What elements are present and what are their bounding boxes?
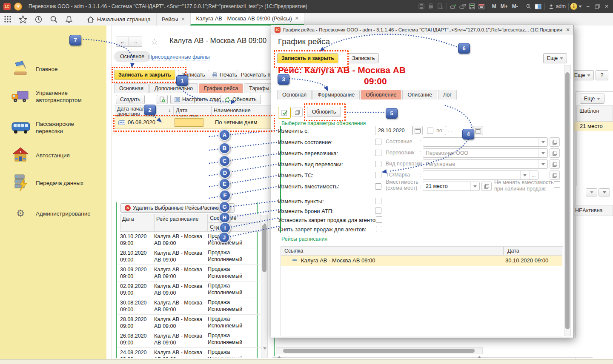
sidebar-item-station[interactable]: Автостанция: [0, 146, 106, 165]
scroll-down-icon[interactable]: [263, 347, 266, 356]
more-button[interactable]: Еще: [571, 70, 594, 80]
tab-trips[interactable]: Рейсы ✕: [156, 13, 191, 26]
table-row[interactable]: 24.08.2020 09:00 Калуга АВ - Москва АВ 0…: [118, 348, 261, 358]
set-ban-checkbox[interactable]: [376, 216, 382, 223]
home-tab[interactable]: Начальная страница: [82, 13, 156, 26]
schedule-col-name[interactable]: Наименование: [212, 105, 272, 117]
dialog-refresh-button[interactable]: Обновить: [307, 107, 341, 117]
tab-update[interactable]: Обновление: [361, 90, 401, 100]
calculator-icon[interactable]: [467, 2, 477, 11]
calendar-icon[interactable]: [477, 2, 486, 11]
table-row[interactable]: 30.09.2020 09:00 Калуга АВ - Москва АВ 0…: [118, 265, 261, 282]
nav-chip-main[interactable]: Основное: [114, 51, 150, 62]
save-close-button[interactable]: Записать и закрыть: [114, 70, 175, 80]
tab-tariffs[interactable]: Тарифы: [244, 83, 274, 93]
ts-checkbox[interactable]: [375, 172, 381, 178]
history-icon[interactable]: [31, 13, 46, 26]
scroll-left-icon[interactable]: [278, 350, 281, 358]
kind-checkbox[interactable]: [375, 161, 381, 167]
open-button[interactable]: [550, 171, 560, 180]
tab-forming[interactable]: Формирование: [312, 90, 360, 100]
move-down-button[interactable]: [586, 188, 597, 196]
capacity-checkbox[interactable]: [375, 183, 381, 190]
dialog-save-close-button[interactable]: Записать и закрыть: [277, 53, 338, 63]
points-checkbox[interactable]: [375, 198, 381, 204]
scrollbar-thumb[interactable]: [565, 72, 570, 329]
state-checkbox[interactable]: [375, 139, 381, 145]
dialog-close-button[interactable]: ✕: [566, 27, 570, 33]
attached-files-link[interactable]: Присоединенные файлы: [148, 54, 210, 60]
open-button[interactable]: [481, 182, 492, 191]
refresh-button[interactable]: Обновить: [221, 95, 261, 104]
ellipsis-button[interactable]: ...: [529, 171, 538, 179]
trips-scrollbar[interactable]: [261, 215, 268, 358]
split-view-icon[interactable]: [533, 2, 543, 11]
template-column-header[interactable]: Шаблон: [576, 105, 613, 122]
close-icon[interactable]: ✕: [295, 16, 299, 21]
sidebar-item-transport-management[interactable]: Управление автотранспортом: [0, 87, 106, 106]
favorite-star-icon[interactable]: ☆: [151, 37, 158, 47]
restore-button[interactable]: [593, 2, 602, 11]
go-to-link-icon[interactable]: [449, 2, 458, 11]
tab-log[interactable]: Лог: [438, 90, 457, 100]
table-row[interactable]: 30.10.2020 09:00 Калуга АВ - Москва АВ 0…: [118, 232, 261, 248]
memory-button[interactable]: M: [490, 3, 498, 9]
tab-main[interactable]: Основная: [277, 90, 312, 100]
sidebar-item-main[interactable]: Главное: [0, 60, 106, 78]
sidebar-item-passenger[interactable]: Пассажирские перевозки: [0, 118, 106, 137]
dialog-trip-row[interactable]: Калуга АВ - Москва АВ 09:00 30.10.2020 0…: [281, 256, 562, 266]
ts-combo[interactable]: ...: [423, 171, 539, 180]
kind-combo[interactable]: Регулярные: [423, 159, 548, 169]
uncheck-all-button[interactable]: [292, 108, 303, 117]
close-icon[interactable]: ✕: [181, 17, 185, 22]
tab-route-active[interactable]: Калуга АВ - Москва АВ 09:00 (Рейсы) ✕: [190, 13, 304, 26]
table-row[interactable]: 28.08.2020 09:00 Калуга АВ - Москва АВ 0…: [118, 315, 261, 331]
capacity-combo[interactable]: 21 место: [423, 182, 480, 191]
open-button[interactable]: [550, 148, 560, 158]
scrollbar-thumb[interactable]: [283, 349, 475, 353]
open-button[interactable]: [550, 159, 560, 169]
main-menu-button[interactable]: [14, 3, 22, 11]
dialog-col-date[interactable]: Дата: [504, 246, 562, 256]
forward-button[interactable]: →: [129, 37, 142, 47]
scroll-up-icon[interactable]: [263, 217, 266, 225]
close-button[interactable]: ✕: [602, 2, 611, 11]
schedule-row[interactable]: 06.08.2020 По четным дням: [115, 117, 272, 129]
memory-minus-button[interactable]: M-: [510, 3, 520, 9]
date-from-field[interactable]: 28.10.2020: [375, 126, 412, 135]
print-icon[interactable]: [426, 2, 435, 11]
trips-col-date[interactable]: Дата: [120, 214, 154, 232]
favorites-star-icon[interactable]: [15, 13, 31, 26]
horizontal-scrollbar[interactable]: [276, 347, 483, 354]
table-row[interactable]: 02.09.2020 09:00 Калуга АВ - Москва АВ 0…: [118, 282, 261, 298]
minimize-button[interactable]: –: [583, 2, 593, 11]
keep-capacity-checkbox[interactable]: [554, 181, 560, 188]
chevron-down-icon[interactable]: [577, 2, 583, 11]
table-row[interactable]: 28.10.2020 09:00 Калуга АВ - Москва АВ 0…: [118, 248, 261, 265]
table-row[interactable]: 26.08.2020 09:00 Калуга АВ - Москва АВ 0…: [118, 331, 261, 348]
delete-selected-button[interactable]: ✕ Удалить Выбранные РейсыРасписание: [120, 203, 235, 213]
search-icon[interactable]: [46, 13, 61, 26]
carrier-checkbox[interactable]: [375, 150, 381, 156]
dialog-more-button[interactable]: Еще: [543, 53, 567, 63]
print-preview-icon[interactable]: [435, 2, 445, 11]
schedule-row-close-cell[interactable]: [175, 118, 203, 127]
open-button[interactable]: [550, 137, 560, 147]
calendar-button-disabled[interactable]: [473, 126, 483, 135]
memory-plus-button[interactable]: M+: [498, 3, 510, 9]
zoom-icon[interactable]: [524, 2, 533, 11]
menu-grid-icon[interactable]: [0, 13, 15, 26]
template-row[interactable]: 21 место: [574, 122, 613, 131]
dialog-save-button[interactable]: Записать: [348, 53, 379, 63]
tab-additional[interactable]: Дополнительно: [149, 83, 198, 93]
schedule-col-close[interactable]: Дата закрытия: [174, 105, 212, 117]
sidebar-item-data-transfer[interactable]: Передача данных: [0, 173, 106, 192]
sidebar-item-administration[interactable]: ⚙ Администрирование: [0, 204, 106, 223]
atp-checkbox[interactable]: [375, 208, 381, 214]
calendar-button[interactable]: [412, 126, 423, 135]
state-combo[interactable]: [423, 137, 548, 147]
copy-item-button[interactable]: [157, 95, 168, 104]
carrier-combo[interactable]: Перевозчик ООО: [423, 148, 548, 158]
table-row[interactable]: 30.08.2020 09:00 Калуга АВ - Москва АВ 0…: [118, 298, 261, 315]
inactive-column-header[interactable]: НЕАктивна: [573, 205, 613, 216]
